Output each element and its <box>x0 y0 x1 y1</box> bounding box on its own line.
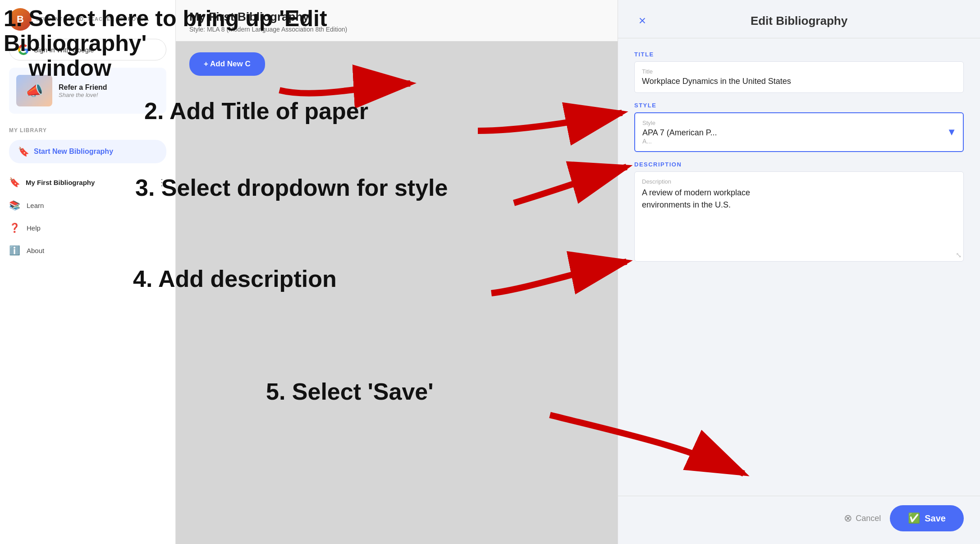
refer-text: Refer a Friend Share the love! <box>59 83 107 98</box>
logo-tagline: Student Loved. Teacher Approved. <box>36 16 150 23</box>
new-bibliography-button[interactable]: 🔖 Start New Bibliography <box>9 140 166 163</box>
description-placeholder: Description <box>642 178 956 185</box>
style-select-value: APA 7 (American P... <box>642 128 956 138</box>
description-value: A review of modern workplaceenvironments… <box>642 187 956 211</box>
title-input-placeholder: Title <box>642 68 956 75</box>
more-options-icon[interactable]: ⋮ <box>157 177 166 188</box>
style-select-placeholder: Style <box>642 120 956 126</box>
add-new-citation-button[interactable]: + Add New C <box>189 52 265 76</box>
edit-bibliography-dialog: × Edit Bibliography TITLE Title Workplac… <box>618 0 980 544</box>
bibliography-heading: My First Bibliography <box>189 10 604 24</box>
info-icon: ℹ️ <box>9 245 20 256</box>
close-button[interactable]: × <box>634 13 650 29</box>
nav-help-label: Help <box>27 224 41 232</box>
sidebar: B Student Loved. Teacher Approved. Sign … <box>0 0 176 544</box>
library-section-label: MY LIBRARY <box>0 123 175 137</box>
style-select-field[interactable]: Style APA 7 (American P... A... ▼ <box>634 112 964 152</box>
nav-about-label: About <box>27 247 44 254</box>
nav-item-about[interactable]: ℹ️ About <box>0 239 175 262</box>
logo-area: B Student Loved. Teacher Approved. <box>0 0 175 35</box>
refer-illustration: 📣 <box>16 75 52 106</box>
refer-friend-box: 📣 Refer a Friend Share the love! <box>9 68 166 114</box>
chevron-down-icon: ▼ <box>947 126 957 138</box>
nav-item-help[interactable]: ❓ Help <box>0 217 175 239</box>
cancel-circle-icon: ⊗ <box>844 512 852 524</box>
bookmark-icon: 🔖 <box>9 177 20 188</box>
dialog-title: Edit Bibliography <box>650 14 948 28</box>
save-button[interactable]: ✅ Save <box>890 505 964 531</box>
help-icon: ❓ <box>9 222 20 233</box>
google-signin-button[interactable]: Sign In With Google <box>9 39 166 60</box>
save-label: Save <box>925 513 946 524</box>
nav-learn-label: Learn <box>27 202 44 209</box>
resize-handle-icon: ⤡ <box>956 251 962 259</box>
main-content-area: My First Bibliography Style: MLA 8 (Mode… <box>176 0 618 544</box>
style-section-label: STYLE <box>634 102 964 109</box>
nav-item-learn[interactable]: 📚 Learn <box>0 194 175 217</box>
cancel-label: Cancel <box>856 514 881 523</box>
new-bibliography-label: Start New Bibliography <box>34 148 113 156</box>
style-select-value2: A... <box>642 138 956 145</box>
bibliography-item-name: My First Bibliography <box>26 179 95 186</box>
cancel-button[interactable]: ⊗ Cancel <box>844 512 881 524</box>
bookmark-plus-icon: 🔖 <box>18 146 29 157</box>
title-section-label: TITLE <box>634 51 964 58</box>
dialog-body: TITLE Title Workplace Dynamics in the Un… <box>618 38 980 496</box>
logo-circle: B <box>9 8 32 31</box>
dialog-header: × Edit Bibliography <box>618 0 980 38</box>
refer-title: Refer a Friend <box>59 83 107 92</box>
bibliography-list-item[interactable]: 🔖 My First Bibliography ⋮ <box>0 171 175 194</box>
learn-icon: 📚 <box>9 200 20 211</box>
check-circle-icon: ✅ <box>908 512 920 524</box>
refer-subtitle: Share the love! <box>59 92 107 98</box>
description-section-label: DESCRIPTION <box>634 161 964 168</box>
bibliography-style: Style: MLA 8 (Modern Language Associatio… <box>189 26 604 33</box>
title-input-field[interactable]: Title Workplace Dynamics in the United S… <box>634 61 964 93</box>
description-textarea[interactable]: Description A review of modern workplace… <box>634 171 964 262</box>
main-header: My First Bibliography Style: MLA 8 (Mode… <box>176 0 618 41</box>
google-icon <box>18 44 29 55</box>
title-input-value: Workplace Dynamics in the United States <box>642 77 956 86</box>
dialog-footer: ⊗ Cancel ✅ Save <box>618 496 980 544</box>
google-signin-label: Sign In With Google <box>34 46 94 54</box>
